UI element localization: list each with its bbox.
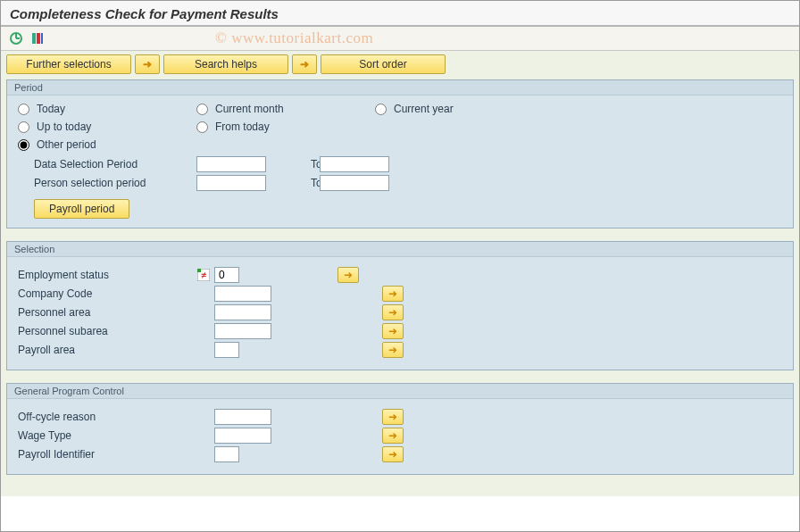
payroll-identifier-multiselect-button[interactable]: ➜ [382, 446, 404, 462]
not-equal-icon[interactable]: ≠ [196, 268, 211, 282]
svg-rect-3 [32, 33, 36, 44]
wage-type-label: Wage Type [18, 429, 196, 442]
general-legend: General Program Control [7, 384, 793, 399]
person-selection-period-label: Person selection period [18, 177, 196, 189]
payroll-area-label: Payroll area [18, 344, 196, 356]
payroll-identifier-label: Payroll Identifier [18, 448, 196, 461]
page-title: Completeness Check for Payment Results [10, 6, 790, 21]
sort-order-label: Sort order [359, 58, 406, 71]
svg-rect-8 [197, 269, 201, 272]
company-code-label: Company Code [18, 287, 196, 300]
data-selection-period-label: Data Selection Period [18, 158, 196, 170]
further-selections-label: Further selections [26, 58, 111, 71]
payroll-identifier-input[interactable] [214, 446, 239, 462]
arrow-right-icon: ➜ [300, 58, 309, 71]
app-window: Completeness Check for Payment Results ©… [0, 0, 800, 532]
sort-order-button[interactable]: Sort order [321, 54, 446, 74]
icon-toolbar [1, 27, 799, 51]
payroll-period-button[interactable]: Payroll period [34, 199, 129, 219]
arrow-right-icon: ➜ [143, 58, 152, 71]
svg-rect-4 [37, 33, 40, 44]
employment-status-multiselect-button[interactable]: ➜ [338, 267, 359, 283]
svg-text:≠: ≠ [201, 270, 206, 280]
radio-from-today[interactable]: From today [196, 121, 375, 133]
radio-other-period[interactable]: Other period [18, 138, 196, 151]
personnel-area-label: Personnel area [18, 306, 196, 319]
payroll-area-input[interactable] [214, 342, 239, 358]
radio-from-today-label: From today [215, 121, 270, 133]
period-legend: Period [7, 80, 793, 96]
payroll-area-multiselect-button[interactable]: ➜ [382, 342, 404, 358]
content-area: Period Today Current month Current year … [1, 74, 799, 496]
radio-current-year-label: Current year [394, 103, 454, 115]
radio-today-label: Today [37, 103, 65, 115]
period-group: Period Today Current month Current year … [6, 79, 794, 229]
svg-rect-5 [41, 33, 43, 44]
variant-icon[interactable] [29, 30, 46, 46]
titlebar: Completeness Check for Payment Results [1, 1, 799, 27]
radio-current-year[interactable]: Current year [375, 103, 554, 115]
radio-current-month-label: Current month [215, 103, 284, 115]
employment-status-label: Employment status [18, 269, 196, 281]
person-selection-to-input[interactable] [320, 175, 389, 191]
search-helps-label: Search helps [195, 58, 257, 71]
radio-current-month[interactable]: Current month [196, 103, 375, 115]
radio-other-period-label: Other period [37, 138, 96, 151]
wage-type-multiselect-button[interactable]: ➜ [382, 428, 404, 444]
radio-today[interactable]: Today [18, 103, 196, 115]
company-code-multiselect-button[interactable]: ➜ [382, 286, 404, 302]
sort-order-arrow-button[interactable]: ➜ [292, 54, 317, 74]
wage-type-input[interactable] [214, 428, 271, 444]
personnel-area-input[interactable] [214, 304, 271, 320]
data-selection-to-input[interactable] [320, 156, 389, 172]
personnel-subarea-label: Personnel subarea [18, 325, 196, 337]
employment-status-input[interactable] [214, 267, 239, 283]
selection-button-row: Further selections ➜ Search helps ➜ Sort… [1, 51, 799, 74]
offcycle-reason-label: Off-cycle reason [18, 411, 196, 423]
offcycle-reason-multiselect-button[interactable]: ➜ [382, 409, 404, 425]
radio-up-to-today-label: Up to today [37, 121, 91, 133]
further-selections-button[interactable]: Further selections [6, 54, 131, 74]
personnel-subarea-input[interactable] [214, 323, 271, 339]
general-program-control-group: General Program Control Off-cycle reason… [6, 383, 794, 475]
offcycle-reason-input[interactable] [214, 409, 271, 425]
personnel-area-multiselect-button[interactable]: ➜ [382, 304, 404, 320]
search-helps-arrow-button[interactable]: ➜ [135, 54, 160, 74]
data-selection-from-input[interactable] [196, 156, 266, 172]
execute-icon[interactable] [8, 30, 24, 46]
personnel-subarea-multiselect-button[interactable]: ➜ [382, 323, 404, 339]
to-label-2: To [266, 177, 320, 189]
company-code-input[interactable] [214, 286, 271, 302]
person-selection-from-input[interactable] [196, 175, 266, 191]
payroll-period-label: Payroll period [49, 203, 114, 215]
selection-group: Selection Employment status ≠ ➜ Company … [6, 241, 794, 370]
search-helps-button[interactable]: Search helps [163, 54, 288, 74]
radio-up-to-today[interactable]: Up to today [18, 121, 196, 133]
selection-legend: Selection [7, 242, 793, 257]
to-label-1: To [266, 158, 320, 170]
